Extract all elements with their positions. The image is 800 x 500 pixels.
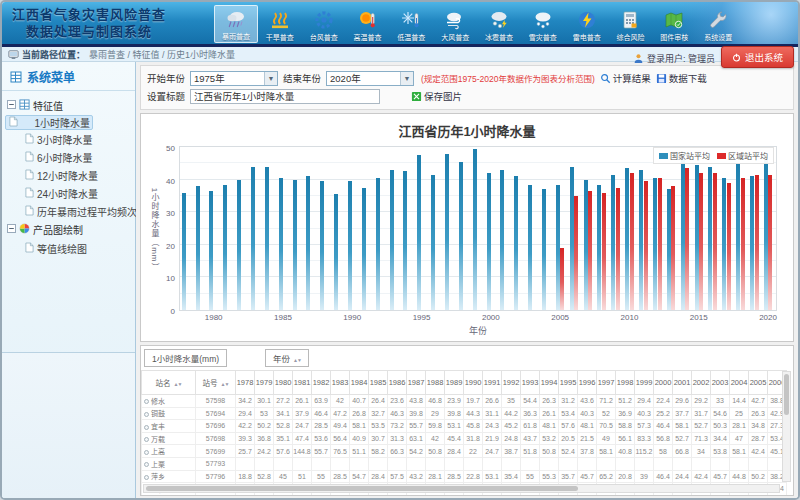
toolbar-item-rainstorm[interactable]: 暴雨普查: [214, 5, 258, 43]
value-cell: 24.4: [673, 470, 692, 483]
chart-title-input[interactable]: [190, 89, 380, 104]
tree-item[interactable]: 3小时降水量: [5, 130, 132, 148]
col-header-year[interactable]: 1983: [331, 371, 350, 395]
horizontal-scroll-thumb[interactable]: [146, 486, 578, 491]
table-row[interactable]: 宜丰5769642.250.252.824.728.549.458.153.57…: [142, 420, 787, 433]
tree-group-grid[interactable]: 特征值: [5, 96, 132, 115]
col-header-year[interactable]: 1985: [369, 371, 388, 395]
col-header-year[interactable]: 1998: [616, 371, 635, 395]
value-cell: 22.4: [654, 395, 673, 408]
value-cell: 26.3: [749, 407, 768, 420]
start-year-select[interactable]: 1975年▼: [190, 71, 278, 86]
tree-item[interactable]: 12小时降水量: [5, 166, 132, 184]
legend-entry[interactable]: 国家站平均: [659, 150, 710, 161]
table-row[interactable]: 万载5769839.336.835.147.453.656.440.930.73…: [142, 432, 787, 445]
col-header-year[interactable]: 1987: [407, 371, 426, 395]
col-header-year[interactable]: 2003: [711, 371, 730, 395]
toolbar-item-snow[interactable]: 雪灾普查: [521, 5, 565, 43]
value-cell: [673, 457, 692, 470]
col-header-year[interactable]: 1990: [464, 371, 483, 395]
col-header-year[interactable]: 1988: [426, 371, 445, 395]
col-header-year[interactable]: 1981: [293, 371, 312, 395]
end-year-select[interactable]: 2020年▼: [326, 71, 414, 86]
toolbar-item-high-temp[interactable]: 高温普查: [346, 5, 390, 43]
col-header-year[interactable]: 1993: [521, 371, 540, 395]
col-header-year[interactable]: 1992: [502, 371, 521, 395]
value-cell: 28.4: [369, 470, 388, 483]
value-cell: 52.7: [597, 495, 616, 496]
toolbar-item-settings[interactable]: 系统设置: [696, 5, 740, 43]
breadcrumb[interactable]: 暴雨普查 / 特征值 / 历史1小时降水量: [89, 48, 235, 61]
bar-national-2006: [570, 167, 574, 310]
col-header-year[interactable]: 1982: [312, 371, 331, 395]
vertical-scroll-thumb[interactable]: [784, 374, 789, 415]
bar-national-1993: [390, 170, 394, 310]
value-cell: 46.4: [654, 420, 673, 433]
vertical-scrollbar[interactable]: [782, 371, 791, 482]
logout-button[interactable]: 退出系统: [721, 46, 794, 68]
col-header-year[interactable]: 1996: [578, 371, 597, 395]
value-cell: 28.5: [331, 470, 350, 483]
calculate-button[interactable]: 计算结果: [600, 71, 651, 85]
toolbar-item-drought[interactable]: 干旱普查: [258, 5, 302, 43]
station-icon: [144, 412, 149, 417]
col-header-station[interactable]: 站名▲▼: [142, 371, 196, 395]
tree-item-label: 12小时降水量: [37, 168, 98, 183]
col-header-year[interactable]: 2000: [654, 371, 673, 395]
col-header-year[interactable]: 1978: [236, 371, 255, 395]
save-image-button[interactable]: 保存图片: [411, 89, 462, 103]
toolbar-item-gale[interactable]: 大风普查: [433, 5, 477, 43]
value-cell: 51.2: [616, 395, 635, 408]
col-header-year[interactable]: 2002: [692, 371, 711, 395]
value-cell: 34.8: [749, 420, 768, 433]
col-header-year[interactable]: 1994: [540, 371, 559, 395]
expander-icon[interactable]: [7, 224, 16, 235]
col-header-year[interactable]: 1979: [255, 371, 274, 395]
col-header-year[interactable]: 1984: [350, 371, 369, 395]
tree-item[interactable]: 等值线绘图: [5, 239, 132, 257]
unit-button[interactable]: 1小时降水量(mm): [144, 349, 227, 367]
chart-legend[interactable]: 国家站平均区域站平均: [653, 147, 774, 164]
col-header-station-id[interactable]: 站号▲▼: [196, 371, 236, 395]
horizontal-scrollbar[interactable]: [143, 484, 780, 493]
value-cell: [274, 457, 293, 470]
table-row[interactable]: 上栗57793: [142, 457, 787, 470]
col-header-year[interactable]: 1989: [445, 371, 464, 395]
col-header-year[interactable]: 1986: [388, 371, 407, 395]
toolbar-item-typhoon[interactable]: 台风普查: [302, 5, 346, 43]
col-header-year[interactable]: 1991: [483, 371, 502, 395]
toolbar-item-lightning[interactable]: 雷电普查: [565, 5, 609, 43]
sidebar-lower-pane: [2, 352, 135, 499]
col-header-year[interactable]: 2004: [730, 371, 749, 395]
value-cell: 58.8: [616, 420, 635, 433]
toolbar-item-hail[interactable]: 冰雹普查: [477, 5, 521, 43]
tree-item[interactable]: 1小时降水量: [5, 115, 93, 130]
col-header-year[interactable]: 1997: [597, 371, 616, 395]
composite-risk-icon: [619, 9, 641, 31]
legend-entry[interactable]: 区域站平均: [717, 150, 768, 161]
toolbar-item-low-temp[interactable]: 低温普查: [389, 5, 433, 43]
col-header-year[interactable]: 1999: [635, 371, 654, 395]
expander-icon[interactable]: [7, 100, 16, 111]
col-header-year[interactable]: 1980: [274, 371, 293, 395]
tree-group-pie[interactable]: 产品图绘制: [5, 220, 132, 239]
col-header-year[interactable]: 2001: [673, 371, 692, 395]
tree-item[interactable]: 历年暴雨过程平均频次: [5, 202, 132, 220]
download-button[interactable]: 数据下载: [656, 71, 707, 85]
col-header-year[interactable]: 1995: [559, 371, 578, 395]
tree-item[interactable]: 24小时降水量: [5, 184, 132, 202]
table-row[interactable]: 宜春5779221.939.528.563.521.446.857.842.85…: [142, 495, 787, 496]
toolbar-item-map-review[interactable]: 图件审核: [652, 5, 696, 43]
value-cell: 58: [654, 445, 673, 458]
bar-regional-2013: [671, 186, 675, 310]
table-row[interactable]: 修水5759834.230.127.226.163.94240.726.423.…: [142, 395, 787, 408]
table-row[interactable]: 上高5769925.724.257.6144.855.776.551.158.2…: [142, 445, 787, 458]
value-cell: 55.1: [578, 495, 597, 496]
year-sort-control[interactable]: 年份▲▼: [265, 349, 309, 367]
col-header-year[interactable]: 2005: [749, 371, 768, 395]
table-row[interactable]: 萍乡5779618.852.845515528.554.728.457.543.…: [142, 470, 787, 483]
table-row[interactable]: 铜鼓5769429.45334.137.946.447.226.832.746.…: [142, 407, 787, 420]
tree-item[interactable]: 6小时降水量: [5, 148, 132, 166]
value-cell: 49: [597, 432, 616, 445]
toolbar-item-composite-risk[interactable]: 综合风险: [609, 5, 653, 43]
